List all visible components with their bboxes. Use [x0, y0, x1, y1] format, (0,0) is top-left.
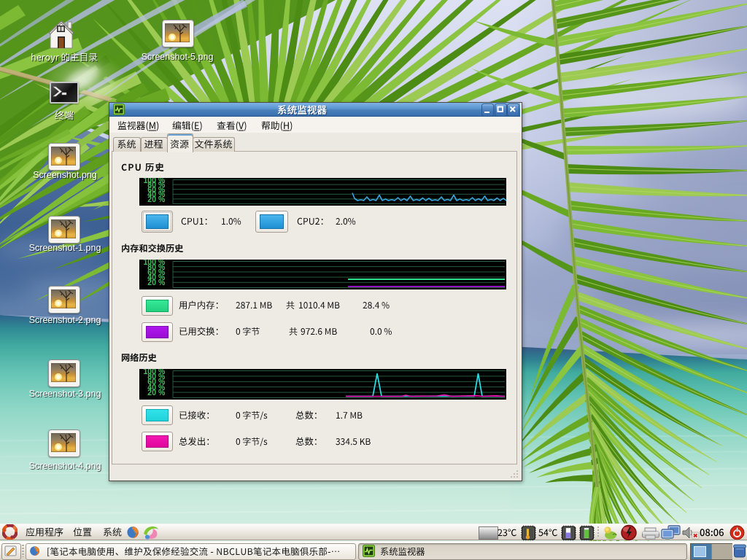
- svg-text:20: 20: [147, 278, 156, 287]
- svg-text:20: 20: [147, 388, 156, 397]
- svg-text:20: 20: [147, 195, 156, 203]
- svg-text:%: %: [158, 388, 166, 397]
- svg-text:%: %: [158, 195, 166, 203]
- svg-text:%: %: [158, 278, 166, 287]
